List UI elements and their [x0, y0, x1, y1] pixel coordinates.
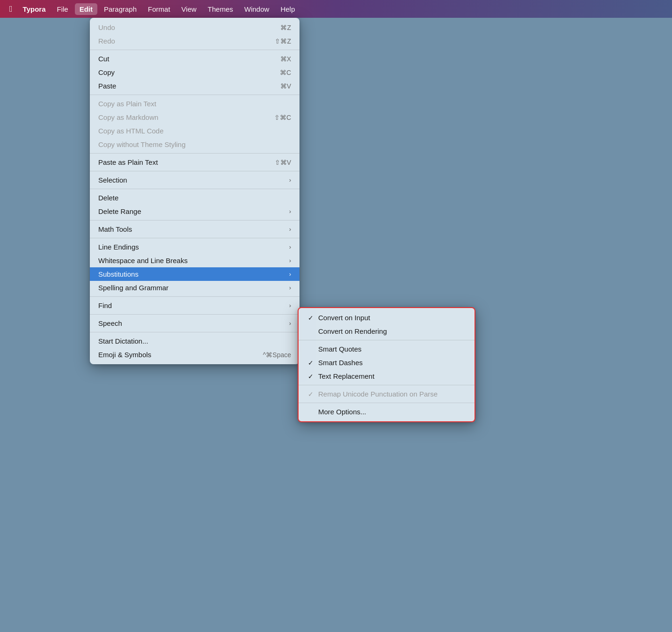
menu-item-delete[interactable]: Delete: [90, 191, 299, 205]
separator-1: [90, 50, 299, 50]
menubar-help[interactable]: Help: [276, 3, 299, 15]
sub-item-more-options[interactable]: More Options...: [299, 405, 475, 419]
substitutions-submenu: ✓ Convert on Input Convert on Rendering …: [298, 307, 475, 422]
separator-2: [90, 95, 299, 95]
menu-item-speech[interactable]: Speech ›: [90, 316, 299, 330]
menu-item-dictation[interactable]: Start Dictation...: [90, 334, 299, 348]
menu-item-delete-range[interactable]: Delete Range ›: [90, 205, 299, 218]
menubar-edit[interactable]: Edit: [75, 3, 97, 15]
menu-item-find[interactable]: Find ›: [90, 299, 299, 312]
menu-item-whitespace[interactable]: Whitespace and Line Breaks ›: [90, 254, 299, 267]
menubar-format[interactable]: Format: [143, 3, 175, 15]
menu-item-substitutions[interactable]: Substitutions ›: [90, 267, 299, 281]
sub-separator-1: [299, 340, 475, 340]
menu-item-copy-plain[interactable]: Copy as Plain Text: [90, 97, 299, 110]
menubar:  Typora File Edit Paragraph Format View…: [0, 0, 672, 18]
menu-item-paste-plain[interactable]: Paste as Plain Text ⇧⌘V: [90, 155, 299, 169]
sub-separator-2: [299, 385, 475, 385]
separator-3: [90, 153, 299, 154]
separator-4: [90, 171, 299, 171]
separator-6: [90, 220, 299, 220]
separator-8: [90, 296, 299, 297]
menubar-themes[interactable]: Themes: [203, 3, 238, 15]
edit-menu: Undo ⌘Z Redo ⇧⌘Z Cut ⌘X Copy ⌘C Paste ⌘V…: [90, 18, 299, 364]
menubar-typora[interactable]: Typora: [18, 3, 51, 15]
sub-item-remap-unicode[interactable]: ✓ Remap Unicode Punctuation on Parse: [299, 387, 475, 401]
sub-item-smart-dashes[interactable]: ✓ Smart Dashes: [299, 356, 475, 369]
sub-item-convert-rendering[interactable]: Convert on Rendering: [299, 324, 475, 338]
menu-item-redo[interactable]: Redo ⇧⌘Z: [90, 34, 299, 48]
menubar-view[interactable]: View: [177, 3, 201, 15]
menubar-file[interactable]: File: [52, 3, 73, 15]
menubar-paragraph[interactable]: Paragraph: [99, 3, 141, 15]
sub-item-text-replacement[interactable]: ✓ Text Replacement: [299, 369, 475, 383]
menu-item-line-endings[interactable]: Line Endings ›: [90, 240, 299, 254]
menu-item-undo[interactable]: Undo ⌘Z: [90, 21, 299, 34]
menu-item-copy-html[interactable]: Copy as HTML Code: [90, 124, 299, 138]
sub-item-convert-input[interactable]: ✓ Convert on Input: [299, 311, 475, 324]
menu-item-copy-no-theme[interactable]: Copy without Theme Styling: [90, 138, 299, 151]
sub-item-smart-quotes[interactable]: Smart Quotes: [299, 342, 475, 356]
separator-9: [90, 314, 299, 315]
separator-7: [90, 238, 299, 238]
menu-item-paste[interactable]: Paste ⌘V: [90, 79, 299, 93]
menu-item-copy[interactable]: Copy ⌘C: [90, 66, 299, 79]
menu-item-selection[interactable]: Selection ›: [90, 173, 299, 187]
menu-item-copy-markdown[interactable]: Copy as Markdown ⇧⌘C: [90, 110, 299, 124]
menubar-window[interactable]: Window: [240, 3, 274, 15]
separator-10: [90, 332, 299, 332]
menu-item-cut[interactable]: Cut ⌘X: [90, 52, 299, 66]
menu-item-spelling[interactable]: Spelling and Grammar ›: [90, 281, 299, 294]
menu-item-emoji[interactable]: Emoji & Symbols ^⌘Space: [90, 348, 299, 361]
separator-5: [90, 189, 299, 189]
sub-separator-3: [299, 403, 475, 403]
apple-menu[interactable]: : [6, 2, 16, 16]
menu-item-math-tools[interactable]: Math Tools ›: [90, 222, 299, 236]
